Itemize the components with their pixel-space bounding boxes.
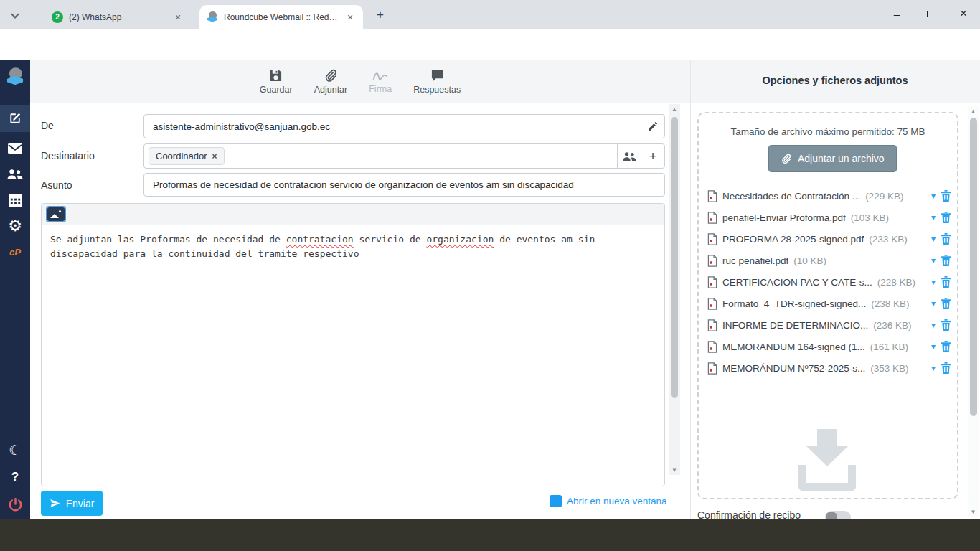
restore-icon xyxy=(927,11,933,17)
delete-attachment-icon[interactable] xyxy=(941,233,951,245)
insert-image-button[interactable] xyxy=(47,207,65,221)
open-new-window-link[interactable]: ↗ Abrir en nueva ventana xyxy=(550,495,672,507)
attachment-menu-caret-icon[interactable]: ▾ xyxy=(931,212,936,222)
attachment-size: (238 KB) xyxy=(871,298,909,309)
sidebar-item-logout[interactable] xyxy=(0,491,30,518)
attach-button[interactable]: Adjuntar xyxy=(314,69,348,95)
remove-recipient-icon[interactable]: × xyxy=(212,151,217,161)
responses-label: Respuestas xyxy=(413,85,461,95)
scrollbar-thumb[interactable] xyxy=(671,117,678,398)
tab-title: (2) WhatsApp xyxy=(69,12,166,22)
signature-icon xyxy=(372,70,388,82)
max-size-note: Tamaño de archivo máximo permitido: 75 M… xyxy=(697,126,958,137)
attachment-size: (10 KB) xyxy=(793,255,826,266)
attachment-menu-caret-icon[interactable]: ▾ xyxy=(931,342,936,352)
delete-attachment-icon[interactable] xyxy=(941,319,951,331)
attachment-name: INFORME DE DETERMINACIO... xyxy=(722,320,868,331)
window-close-button[interactable]: × xyxy=(947,0,980,27)
attachment-row[interactable]: INFORME DE DETERMINACIO... (236 KB) ▾ xyxy=(707,314,951,336)
edit-identity-button[interactable] xyxy=(641,115,664,138)
pdf-file-icon xyxy=(707,190,717,202)
sidebar-item-settings[interactable]: ⚙ xyxy=(0,212,30,240)
delete-attachment-icon[interactable] xyxy=(941,190,951,202)
close-tab-icon[interactable]: × xyxy=(172,11,184,23)
attachment-row[interactable]: Formato_4_TDR-signed-signed... (238 KB) … xyxy=(707,293,951,314)
misspelled-word: organizacion xyxy=(426,234,494,245)
pdf-file-icon xyxy=(707,298,717,310)
send-button[interactable]: Enviar xyxy=(41,491,103,516)
from-label: De xyxy=(41,120,54,131)
new-tab-button[interactable]: + xyxy=(372,6,389,24)
sidebar-item-contacts[interactable] xyxy=(0,161,30,188)
attachment-menu-caret-icon[interactable]: ▾ xyxy=(931,234,936,244)
scroll-up-arrow[interactable]: ▲ xyxy=(968,106,979,116)
attachment-menu-caret-icon[interactable]: ▾ xyxy=(931,298,936,309)
message-body[interactable]: Se adjuntan las Proformas de necesidad d… xyxy=(42,225,664,268)
attachment-menu-caret-icon[interactable]: ▾ xyxy=(931,191,936,201)
to-field[interactable]: Coordinador × + xyxy=(143,143,665,169)
sidebar-item-mail[interactable] xyxy=(0,135,30,162)
attachments-panel-title: Opciones y ficheros adjuntos xyxy=(690,60,980,100)
close-tab-icon[interactable]: × xyxy=(344,11,356,23)
save-button[interactable]: Guardar xyxy=(260,69,293,95)
responses-button[interactable]: Respuestas xyxy=(413,69,461,95)
misspelled-word: contratacion xyxy=(286,234,354,245)
attach-file-button[interactable]: Adjuntar un archivo xyxy=(768,145,897,172)
compose-scrollbar[interactable]: ▲ ▼ xyxy=(669,104,680,475)
delete-attachment-icon[interactable] xyxy=(941,276,951,288)
attachment-row[interactable]: MEMORANDUM 164-signed (1... (161 KB) ▾ xyxy=(707,336,951,357)
send-label: Enviar xyxy=(66,498,95,509)
attachment-menu-caret-icon[interactable]: ▾ xyxy=(931,255,936,265)
scrollbar-thumb[interactable] xyxy=(970,118,977,416)
roundcube-logo[interactable] xyxy=(0,63,30,90)
sidebar-item-compose[interactable] xyxy=(0,105,30,132)
save-icon xyxy=(269,69,283,83)
sidebar-item-calendar[interactable] xyxy=(0,187,30,214)
scroll-down-arrow[interactable]: ▼ xyxy=(968,507,979,517)
panel-scrollbar[interactable]: ▲ ▼ xyxy=(968,106,979,517)
sidebar-item-help[interactable]: ? xyxy=(0,463,30,491)
attachment-menu-caret-icon[interactable]: ▾ xyxy=(931,363,936,373)
calendar-icon xyxy=(9,194,22,207)
scroll-down-arrow[interactable]: ▼ xyxy=(669,465,680,475)
delete-attachment-icon[interactable] xyxy=(941,362,951,374)
delete-attachment-icon[interactable] xyxy=(941,298,951,309)
attachment-row[interactable]: PROFORMA 28-2025-signed.pdf (233 KB) ▾ xyxy=(707,228,951,250)
subject-field[interactable]: Proformas de necesidad de contratacion s… xyxy=(143,173,665,197)
tab-search-button[interactable] xyxy=(7,7,23,23)
attachment-menu-caret-icon[interactable]: ▾ xyxy=(931,277,936,287)
sidebar-item-dark-mode[interactable]: ☾ xyxy=(0,436,30,463)
tab-whatsapp[interactable]: 2 (2) WhatsApp × xyxy=(44,5,191,29)
attachment-menu-caret-icon[interactable]: ▾ xyxy=(931,320,936,330)
delete-attachment-icon[interactable] xyxy=(941,341,951,352)
window-minimize-button[interactable]: – xyxy=(880,0,913,27)
subject-label: Asunto xyxy=(41,179,72,191)
signature-button: Firma xyxy=(369,70,392,94)
window-restore-button[interactable] xyxy=(913,0,946,27)
delete-attachment-icon[interactable] xyxy=(941,255,951,266)
attachment-size: (161 KB) xyxy=(870,342,908,352)
screen: 2 (2) WhatsApp × Roundcube Webmail :: Re… xyxy=(0,0,980,551)
add-recipient-button[interactable]: + xyxy=(641,144,664,168)
attachment-row[interactable]: peñafiel-Enviar Proforma.pdf (103 KB) ▾ xyxy=(707,207,951,228)
sidebar-item-cpanel[interactable]: cP xyxy=(0,238,30,265)
attachment-row[interactable]: Necesidades de Contratación ... (229 KB)… xyxy=(707,185,951,207)
attachment-name: peñafiel-Enviar Proforma.pdf xyxy=(722,212,846,223)
compose-icon xyxy=(8,111,22,126)
pdf-file-icon xyxy=(707,276,717,288)
whatsapp-favicon: 2 xyxy=(52,11,63,23)
delete-attachment-icon[interactable] xyxy=(941,212,951,223)
attachment-size: (233 KB) xyxy=(869,234,907,245)
scroll-up-arrow[interactable]: ▲ xyxy=(669,104,680,114)
add-contact-button[interactable] xyxy=(617,144,641,168)
attachment-name: MEMORANDUM 164-signed (1... xyxy=(722,342,865,352)
gear-icon: ⚙ xyxy=(8,217,22,235)
tab-title: Roundcube Webmail :: Redactar xyxy=(224,12,339,22)
body-text: Se adjuntan las Proformas de necesidad d… xyxy=(50,234,286,245)
tab-roundcube[interactable]: Roundcube Webmail :: Redactar × xyxy=(199,5,363,29)
attachment-row[interactable]: CERTIFICACION PAC Y CATE-s... (228 KB) ▾ xyxy=(707,271,951,293)
from-field[interactable]: asistente-administrativo@sanjuan.gob.ec xyxy=(143,114,665,138)
recipient-chip[interactable]: Coordinador × xyxy=(149,147,225,165)
attachment-row[interactable]: ruc penafiel.pdf (10 KB) ▾ xyxy=(707,250,951,271)
attachment-row[interactable]: MEMORÁNDUM Nº752-2025-s... (353 KB) ▾ xyxy=(707,357,951,379)
